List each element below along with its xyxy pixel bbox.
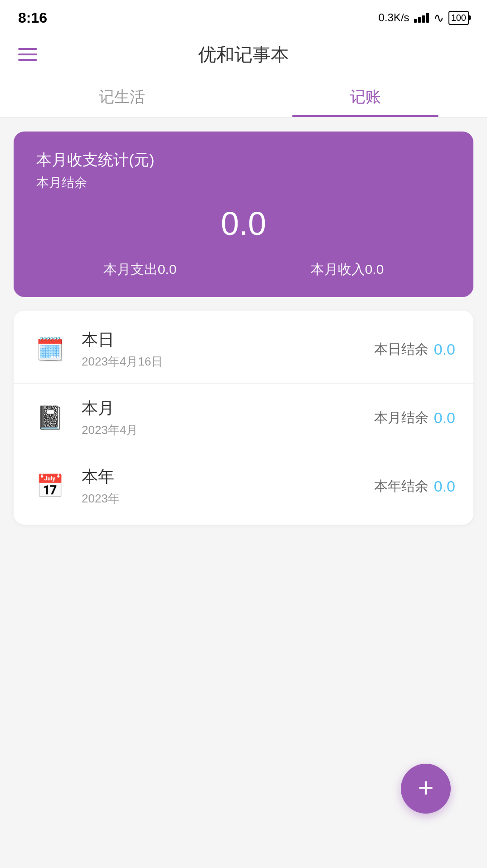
status-icons: 0.3K/s ∿ 100	[379, 10, 469, 25]
battery-icon: 100	[448, 11, 469, 25]
app-header: 优和记事本	[0, 32, 487, 77]
today-date: 2023年4月16日	[82, 354, 374, 370]
year-balance: 本年结余 0.0	[374, 477, 455, 496]
status-bar: 8:16 0.3K/s ∿ 100	[0, 0, 487, 32]
year-text: 本年 2023年	[82, 466, 374, 507]
list-item-year[interactable]: 📅 本年 2023年 本年结余 0.0	[14, 452, 473, 520]
stats-card-title: 本月收支统计(元)	[36, 150, 451, 171]
today-balance-value: 0.0	[434, 341, 455, 358]
stats-details: 本月支出0.0 本月收入0.0	[36, 260, 451, 279]
menu-button[interactable]	[18, 48, 37, 61]
year-balance-value: 0.0	[434, 478, 455, 495]
today-text: 本日 2023年4月16日	[82, 329, 374, 370]
network-speed: 0.3K/s	[379, 11, 409, 24]
today-icon: 🗓️	[32, 331, 68, 367]
add-button[interactable]: +	[401, 764, 451, 814]
tab-life[interactable]: 记生活	[0, 77, 244, 117]
today-name: 本日	[82, 329, 374, 351]
status-time: 8:16	[18, 10, 47, 26]
list-card: 🗓️ 本日 2023年4月16日 本日结余 0.0 📓 本月 2023年4月 本…	[14, 311, 473, 525]
stats-income: 本月收入0.0	[311, 260, 384, 279]
main-content: 本月收支统计(元) 本月结余 0.0 本月支出0.0 本月收入0.0 🗓️ 本日…	[0, 118, 487, 538]
list-item-month[interactable]: 📓 本月 2023年4月 本月结余 0.0	[14, 384, 473, 452]
signal-bars-icon	[414, 13, 429, 23]
wifi-icon: ∿	[433, 10, 444, 25]
month-date: 2023年4月	[82, 422, 374, 438]
today-balance: 本日结余 0.0	[374, 340, 455, 359]
year-name: 本年	[82, 466, 374, 488]
year-date: 2023年	[82, 491, 374, 507]
list-item-today[interactable]: 🗓️ 本日 2023年4月16日 本日结余 0.0	[14, 315, 473, 384]
month-balance: 本月结余 0.0	[374, 409, 455, 427]
plus-icon: +	[418, 774, 433, 801]
stats-card: 本月收支统计(元) 本月结余 0.0 本月支出0.0 本月收入0.0	[14, 132, 473, 297]
month-icon: 📓	[32, 400, 68, 436]
stats-balance: 0.0	[36, 205, 451, 242]
tab-accounting[interactable]: 记账	[244, 77, 487, 117]
tab-bar: 记生活 记账	[0, 77, 487, 118]
month-name: 本月	[82, 397, 374, 419]
month-balance-value: 0.0	[434, 409, 455, 427]
app-title: 优和记事本	[198, 42, 289, 67]
month-text: 本月 2023年4月	[82, 397, 374, 438]
stats-card-subtitle: 本月结余	[36, 174, 451, 191]
year-icon: 📅	[32, 468, 68, 504]
stats-expenditure: 本月支出0.0	[103, 260, 177, 279]
